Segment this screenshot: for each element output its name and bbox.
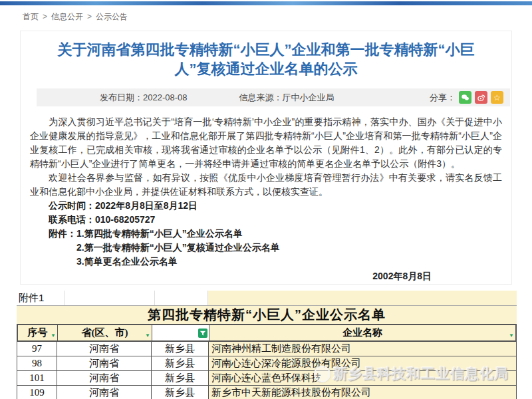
table-row: 109 河南省 新乡县 新乡市中天新能源科技股份有限公司 (17, 386, 517, 399)
cell-company: 新乡市中天新能源科技股份有限公司 (209, 386, 516, 399)
share-label: 分享： (430, 92, 456, 104)
article-body: 为深入贯彻习近平总书记关于“培育一批‘专精特新’中小企业”的重要指示精神，落实中… (21, 106, 511, 283)
breadcrumb-home[interactable]: 首页 (23, 12, 39, 21)
wechat-icon (461, 93, 469, 102)
breadcrumb-separator: > (87, 12, 92, 21)
cell-county: 新乡县 (152, 386, 209, 399)
cell-county: 新乡县 (152, 342, 209, 356)
breadcrumb: 首页>信息公开>公示公告 (23, 11, 128, 23)
cell-province: 河南省 (57, 342, 152, 356)
weibo-icon (477, 93, 485, 102)
filter-funnel-icon[interactable] (198, 329, 207, 338)
annex-label-row: 附件1 (17, 291, 517, 305)
table-title: 第四批专精特新“小巨人”企业公示名单 (17, 305, 517, 324)
weibo-share-icon[interactable] (475, 91, 487, 104)
breadcrumb-info-disclosure[interactable]: 信息公开 (51, 12, 83, 21)
paragraph: 为深入贯彻习近平总书记关于“培育一批‘专精特新’中小企业”的重要指示精神，落实中… (30, 115, 502, 171)
page-title: 关于河南省第四批专精特新“小巨人”企业和第一批专精特新“小巨人”复核通过企业名单… (57, 40, 475, 78)
cell-company: 河南心连心深冷能源股份有限公司 (209, 356, 516, 370)
annex-label: 附件1 (19, 292, 44, 305)
filter-dropdown-icon[interactable]: ▼ (51, 332, 56, 338)
wechat-share-icon[interactable] (459, 91, 471, 104)
cell-province: 河南省 (57, 356, 152, 370)
breadcrumb-separator: > (43, 12, 47, 21)
annex-spreadsheet: 附件1 第四批专精特新“小巨人”企业公示名单 序号▼ 省(区、市)▼ 企业名称▼… (17, 291, 517, 399)
yellow-fill (208, 291, 517, 305)
share-toolbar: 分享： ☆ (430, 91, 503, 104)
publish-date: 发布日期：2022-08-08 (100, 92, 188, 104)
filter-dropdown-icon[interactable]: ▼ (509, 332, 514, 338)
attachment-link-1[interactable]: 1.第四批专精特新“小巨人”企业公示名单 (76, 227, 280, 241)
cell-seq: 98 (17, 356, 57, 370)
article-meta-bar: 发布日期：2022-08-08 信息来源：厅中小企业局 分享： ☆ (37, 88, 510, 106)
attachments-block: 附件： 1.第四批专精特新“小巨人”企业公示名单 2.第一批专精特新“小巨人”复… (30, 227, 502, 269)
cell-seq: 101 (17, 371, 57, 385)
site-header-strip (0, 1, 532, 5)
page: 首页>信息公开>公示公告 关于河南省第四批专精特新“小巨人”企业和第一批专精特新… (0, 0, 532, 399)
cell-county: 新乡县 (152, 356, 209, 370)
attachments-label: 附件： (49, 227, 76, 269)
header-company: 企业名称▼ (209, 325, 515, 340)
cell-company: 河南心连心蓝色环保科技 (209, 371, 516, 385)
breadcrumb-public-notices[interactable]: 公示公告 (96, 12, 128, 21)
filter-dropdown-icon[interactable]: ▼ (145, 332, 150, 338)
cell-province: 河南省 (57, 386, 152, 399)
cell-province: 河南省 (57, 371, 152, 385)
table-row: 101 河南省 新乡县 河南心连心蓝色环保科技 (17, 371, 517, 386)
table-header-row: 序号▼ 省(区、市)▼ 企业名称▼ (17, 324, 517, 342)
header-county (152, 325, 209, 340)
attachment-link-2[interactable]: 2.第一批专精特新“小巨人”复核通过企业公示名单 (76, 241, 280, 255)
paragraph: 欢迎社会各界参与监督，如有异议，按照《优质中小企业梯度培育管理暂行办法》中有关要… (30, 171, 502, 199)
table-row: 98 河南省 新乡县 河南心连心深冷能源股份有限公司 (17, 356, 517, 371)
table-row: 97 河南省 新乡县 河南神州精工制造股份有限公司 (17, 342, 517, 356)
cell-company: 河南神州精工制造股份有限公司 (209, 342, 516, 356)
article-container: 关于河南省第四批专精特新“小巨人”企业和第一批专精特新“小巨人”复核通过企业名单… (20, 31, 512, 285)
attachment-link-3[interactable]: 3.简单更名企业公示名单 (76, 255, 280, 269)
header-seq: 序号▼ (18, 325, 58, 340)
contact-phone: 联系电话：010-68205727 (30, 213, 502, 227)
sign-date: 2002年8月8日 (30, 269, 502, 283)
info-source: 信息来源：厅中小企业局 (239, 92, 334, 104)
star-icon: ☆ (493, 94, 501, 102)
cell-seq: 109 (17, 386, 57, 399)
header-province: 省(区、市)▼ (58, 325, 152, 340)
star-share-icon[interactable]: ☆ (491, 91, 503, 104)
notice-time: 公示时间：2022年8月8日至8月12日 (30, 199, 502, 213)
cell-seq: 97 (17, 342, 57, 356)
cell-county: 新乡县 (152, 371, 209, 385)
